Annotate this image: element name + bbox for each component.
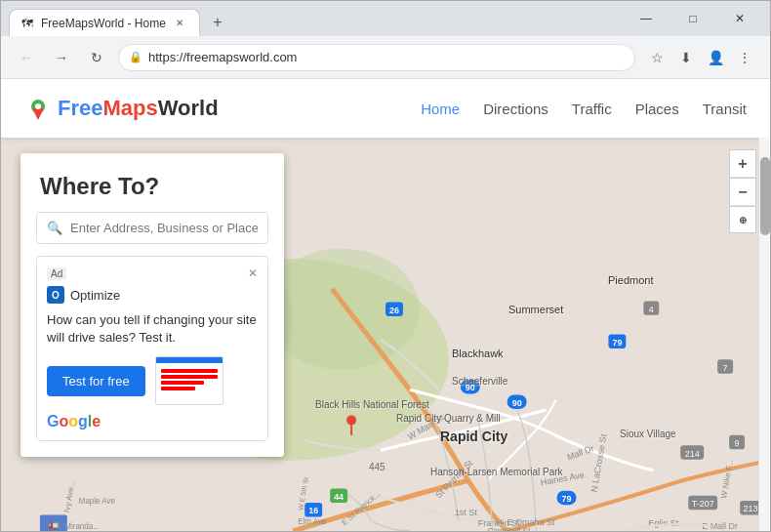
new-tab-button[interactable]: + xyxy=(204,9,231,36)
tab-close-button[interactable]: ✕ xyxy=(172,16,187,31)
google-logo-text: Google xyxy=(47,413,101,430)
svg-text:90: 90 xyxy=(512,398,522,408)
logo-maps: Maps xyxy=(102,96,157,120)
svg-text:Campbell St: Campbell St xyxy=(488,527,531,531)
page-content: FreeMapsWorld Home Directions Traffic Pl… xyxy=(1,79,770,531)
svg-text:7: 7 xyxy=(723,363,728,373)
address-actions: ☆ ⬇ 👤 ⋮ xyxy=(643,44,758,71)
ad-brand-name: Optimize xyxy=(70,288,120,303)
search-input[interactable] xyxy=(70,221,258,235)
ad-preview-row1 xyxy=(161,369,218,373)
ad-preview-row2 xyxy=(161,375,218,379)
svg-text:79: 79 xyxy=(562,494,572,504)
svg-text:1st St: 1st St xyxy=(455,508,477,517)
zoom-in-button[interactable]: + xyxy=(729,149,756,177)
where-to-title: Where To? xyxy=(20,153,284,212)
maximize-button[interactable]: □ xyxy=(670,1,715,36)
map-container[interactable]: 26 90 79 90 W Main St St Patrick St Fran… xyxy=(1,138,770,531)
active-tab[interactable]: 🗺 FreeMapsWorld - Home ✕ xyxy=(9,9,200,36)
ad-preview-bar xyxy=(156,357,223,363)
svg-text:4: 4 xyxy=(649,305,654,314)
ad-logo-row: O Optimize xyxy=(47,286,258,304)
svg-point-54 xyxy=(346,415,356,425)
bookmark-button[interactable]: ☆ xyxy=(643,44,670,71)
tab-favicon: 🗺 xyxy=(21,17,35,30)
ad-box: Ad ✕ O Optimize How can you tell if chan… xyxy=(36,256,268,441)
logo-text: FreeMapsWorld xyxy=(58,96,219,121)
menu-button[interactable]: ⋮ xyxy=(731,44,758,71)
title-bar: 🗺 FreeMapsWorld - Home ✕ + — □ ✕ xyxy=(1,1,770,36)
svg-text:T-207: T-207 xyxy=(692,499,714,509)
close-button[interactable]: ✕ xyxy=(717,1,762,36)
url-text: https://freemapsworld.com xyxy=(148,50,625,64)
tab-bar: 🗺 FreeMapsWorld - Home ✕ + xyxy=(9,1,616,36)
back-button[interactable]: ← xyxy=(13,44,40,71)
site-logo: FreeMapsWorld xyxy=(24,95,219,122)
scrollbar[interactable] xyxy=(758,138,770,531)
svg-text:26: 26 xyxy=(389,306,399,315)
g-letter-3: o xyxy=(68,413,78,430)
nav-traffic[interactable]: Traffic xyxy=(572,97,612,121)
lock-icon: 🔒 xyxy=(129,51,142,63)
g-letter-1: G xyxy=(47,413,59,430)
google-logo-row: Google xyxy=(47,413,258,430)
map-controls: + − ⊕ xyxy=(729,149,756,233)
ad-close-button[interactable]: ✕ xyxy=(248,266,258,280)
ad-preview-row4 xyxy=(161,387,195,390)
address-bar: ← → ↻ 🔒 https://freemapsworld.com ☆ ⬇ 👤 … xyxy=(1,36,770,79)
ad-preview-row3 xyxy=(161,381,205,385)
svg-marker-1 xyxy=(32,108,44,120)
compass-button[interactable]: ⊕ xyxy=(729,206,756,233)
svg-text:9: 9 xyxy=(735,438,740,448)
ad-preview-image xyxy=(155,356,223,405)
minimize-button[interactable]: — xyxy=(624,1,669,36)
nav-directions[interactable]: Directions xyxy=(483,97,548,121)
ad-cta: Test for free xyxy=(47,356,258,405)
ad-badge: Ad xyxy=(47,267,66,280)
url-bar[interactable]: 🔒 https://freemapsworld.com xyxy=(118,44,635,71)
where-to-panel: Where To? 🔍 Ad ✕ O Optimize xyxy=(20,153,284,457)
svg-text:16: 16 xyxy=(308,506,318,515)
ad-header: Ad ✕ xyxy=(47,266,258,280)
site-header: FreeMapsWorld Home Directions Traffic Pl… xyxy=(1,79,770,138)
search-icon: 🔍 xyxy=(47,221,62,235)
svg-text:Elm Ave: Elm Ave xyxy=(298,517,327,526)
account-button[interactable]: 👤 xyxy=(702,44,729,71)
svg-text:E Omaha St: E Omaha St xyxy=(507,517,555,527)
svg-text:213: 213 xyxy=(744,504,758,513)
svg-text:90: 90 xyxy=(466,383,475,392)
svg-text:E Miranda...: E Miranda... xyxy=(58,522,100,531)
zoom-out-button[interactable]: − xyxy=(729,178,756,205)
optimize-logo-icon: O xyxy=(47,286,64,304)
svg-text:214: 214 xyxy=(685,448,700,458)
logo-icon xyxy=(24,95,52,122)
svg-point-2 xyxy=(35,103,41,109)
browser-window: 🗺 FreeMapsWorld - Home ✕ + — □ ✕ ← → ↻ 🔒… xyxy=(0,0,771,532)
nav-transit[interactable]: Transit xyxy=(703,97,747,121)
window-controls: — □ ✕ xyxy=(624,1,762,36)
download-button[interactable]: ⬇ xyxy=(672,44,700,71)
nav-home[interactable]: Home xyxy=(421,97,460,121)
g-letter-6: e xyxy=(92,413,101,430)
g-letter-4: g xyxy=(78,413,88,430)
g-letter-2: o xyxy=(59,413,68,430)
svg-text:79: 79 xyxy=(612,338,622,348)
scrollbar-thumb xyxy=(760,157,770,235)
forward-button[interactable]: → xyxy=(48,44,75,71)
refresh-button[interactable]: ↻ xyxy=(83,44,110,71)
svg-text:44: 44 xyxy=(334,492,345,502)
logo-world: World xyxy=(158,96,219,120)
ad-text: How can you tell if changing your site w… xyxy=(47,311,258,347)
svg-text:445: 445 xyxy=(369,462,386,472)
nav-places[interactable]: Places xyxy=(635,97,679,121)
svg-text:Maple Ave: Maple Ave xyxy=(79,497,116,506)
search-box[interactable]: 🔍 xyxy=(36,212,268,244)
tab-title: FreeMapsWorld - Home xyxy=(41,17,166,30)
logo-free: Free xyxy=(58,96,102,120)
test-button[interactable]: Test for free xyxy=(47,366,145,396)
site-nav: Home Directions Traffic Places Transit xyxy=(421,97,747,121)
